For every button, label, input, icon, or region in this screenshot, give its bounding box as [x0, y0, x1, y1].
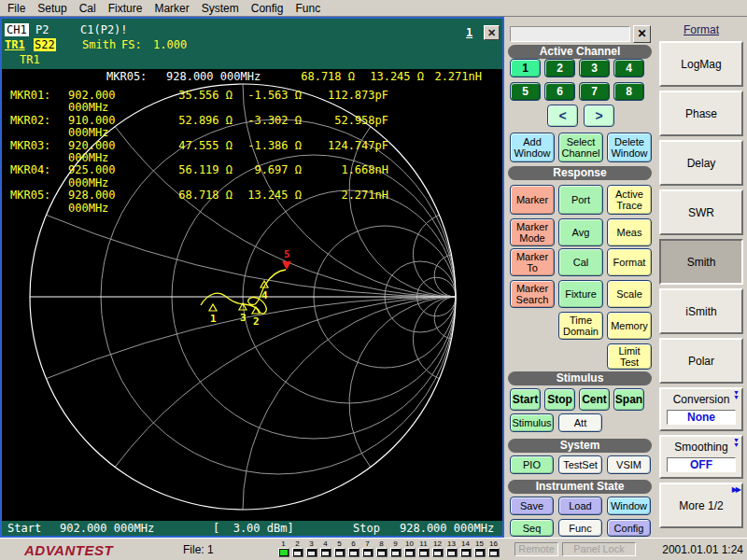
- button-window[interactable]: Window: [607, 497, 651, 515]
- button-marker-mode[interactable]: Marker Mode: [510, 218, 555, 246]
- smith-reactance-arc: [349, 127, 456, 297]
- section-header-active-channel: Active Channel: [508, 45, 652, 59]
- softkey-polar[interactable]: Polar: [659, 338, 743, 384]
- page-button-5[interactable]: [334, 548, 345, 557]
- page-button-1[interactable]: [278, 548, 289, 557]
- page-slot-4: 4: [318, 539, 332, 557]
- page-slot-16: 16: [486, 539, 500, 557]
- channel-button-8[interactable]: 8: [613, 82, 644, 101]
- marker-1-label: 1: [210, 313, 217, 325]
- menu-setup[interactable]: Setup: [37, 2, 66, 15]
- button-func[interactable]: Func: [558, 519, 602, 537]
- button-vsim[interactable]: VSIM: [607, 455, 651, 474]
- page-slot-14: 14: [458, 539, 472, 557]
- menu-func[interactable]: Func: [295, 2, 320, 15]
- channel-button-3[interactable]: 3: [579, 59, 610, 77]
- button-att[interactable]: Att: [558, 413, 602, 432]
- stop-label: Stop: [353, 522, 380, 535]
- close-icon[interactable]: ✕: [484, 25, 500, 40]
- softkey-label: Delay: [687, 157, 716, 170]
- menu-config[interactable]: Config: [251, 2, 284, 15]
- page-button-15[interactable]: [474, 548, 486, 557]
- button-meas[interactable]: Meas: [607, 218, 652, 246]
- page-button-13[interactable]: [446, 548, 458, 557]
- menu-marker[interactable]: Marker: [154, 2, 189, 15]
- button-select-channel[interactable]: Select Channel: [558, 133, 603, 162]
- smith-chart: 12345: [2, 69, 502, 521]
- channel-button-1[interactable]: 1: [510, 59, 541, 77]
- page-number: 3: [304, 539, 318, 548]
- page-number: 6: [346, 539, 360, 548]
- button-cent[interactable]: Cent: [579, 388, 610, 411]
- softkey-delay[interactable]: Delay: [659, 140, 743, 186]
- button-stimulus[interactable]: Stimulus: [510, 413, 554, 432]
- button-load[interactable]: Load: [558, 497, 602, 515]
- softkey-phase[interactable]: Phase: [659, 91, 743, 136]
- softkey-smoothing[interactable]: SmoothingOFF▼ ▼: [659, 435, 743, 479]
- page-button-4[interactable]: [320, 548, 331, 557]
- start-value: 902.000 000MHz: [60, 522, 154, 535]
- softkey-ismith[interactable]: iSmith: [659, 288, 743, 334]
- page-button-10[interactable]: [404, 548, 416, 557]
- channel-button-5[interactable]: 5: [510, 82, 541, 101]
- window-number: 1: [466, 26, 472, 39]
- button-stop[interactable]: Stop: [544, 388, 575, 411]
- button-active-trace[interactable]: Active Trace: [607, 185, 652, 215]
- format-label: Smith: [82, 38, 116, 51]
- page-button-7[interactable]: [362, 548, 374, 557]
- channel-button-7[interactable]: 7: [579, 82, 610, 101]
- channel-button-4[interactable]: 4: [613, 59, 644, 77]
- button-save[interactable]: Save: [510, 497, 554, 515]
- button-start[interactable]: Start: [510, 388, 541, 411]
- page-button-2[interactable]: [292, 548, 303, 557]
- page-button-8[interactable]: [376, 548, 388, 557]
- file-indicator: File: 1: [183, 543, 214, 556]
- page-slot-15: 15: [472, 539, 486, 557]
- menu-file[interactable]: File: [7, 2, 25, 15]
- button-format[interactable]: Format: [607, 248, 652, 276]
- page-button-9[interactable]: [390, 548, 402, 557]
- channel-next-button[interactable]: >: [584, 105, 614, 127]
- softkey-smith[interactable]: Smith: [659, 239, 743, 285]
- button-avg[interactable]: Avg: [558, 218, 603, 246]
- button-marker-search[interactable]: Marker Search: [510, 280, 555, 308]
- menu-system[interactable]: System: [202, 2, 239, 15]
- page-button-14[interactable]: [460, 548, 472, 557]
- page-button-16[interactable]: [488, 548, 500, 557]
- button-delete-window[interactable]: Delete Window: [607, 133, 652, 162]
- button-testset[interactable]: TestSet: [558, 455, 602, 474]
- page-slot-7: 7: [360, 539, 374, 557]
- button-cal[interactable]: Cal: [558, 248, 603, 276]
- button-pio[interactable]: PIO: [510, 455, 554, 474]
- page-button-3[interactable]: [306, 548, 317, 557]
- channel-button-6[interactable]: 6: [544, 82, 575, 101]
- button-fixture[interactable]: Fixture: [558, 280, 603, 308]
- button-config[interactable]: Config: [607, 519, 651, 537]
- control-panel: ✕ Active Channel Response Stimulus Syste…: [504, 17, 655, 538]
- page-button-12[interactable]: [432, 548, 444, 557]
- button-scale[interactable]: Scale: [607, 280, 652, 308]
- channel-prev-button[interactable]: <: [547, 105, 578, 127]
- softkey-logmag[interactable]: LogMag: [659, 41, 743, 87]
- button-add-window[interactable]: Add Window: [510, 133, 555, 162]
- status-bar: ADVANTEST File: 1 1234567891011121314151…: [0, 538, 747, 560]
- button-memory[interactable]: Memory: [607, 312, 652, 340]
- menu-cal[interactable]: Cal: [79, 2, 96, 15]
- button-marker-to[interactable]: Marker To: [510, 248, 555, 276]
- button-seq[interactable]: Seq: [510, 519, 554, 537]
- page-button-11[interactable]: [418, 548, 430, 557]
- panel-title-bar[interactable]: [510, 26, 630, 42]
- softkey-more-1-2[interactable]: More 1/2▶▶: [659, 483, 743, 528]
- page-slot-8: 8: [374, 539, 388, 557]
- close-icon[interactable]: ✕: [633, 25, 651, 43]
- button-time-domain[interactable]: Time Domain: [558, 312, 603, 340]
- page-button-6[interactable]: [348, 548, 359, 557]
- channel-button-2[interactable]: 2: [544, 59, 575, 77]
- button-port[interactable]: Port: [558, 185, 603, 215]
- softkey-swr[interactable]: SWR: [659, 189, 743, 235]
- button-marker[interactable]: Marker: [510, 185, 555, 215]
- button-limit-test[interactable]: Limit Test: [607, 343, 652, 370]
- menu-fixture[interactable]: Fixture: [108, 2, 143, 15]
- button-span[interactable]: Span: [613, 388, 644, 411]
- softkey-conversion[interactable]: ConversionNone▼ ▼: [659, 387, 743, 431]
